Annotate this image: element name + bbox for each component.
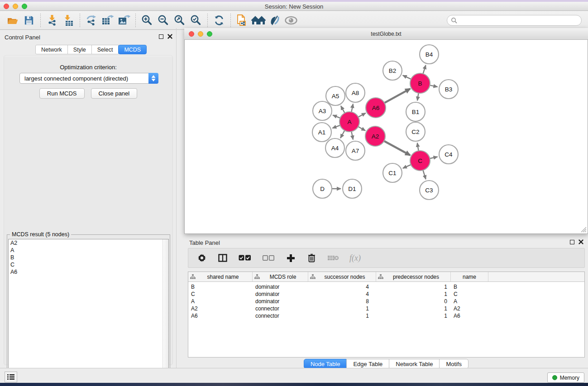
memory-button[interactable]: Memory (547, 372, 584, 383)
zoom-in-button[interactable] (139, 13, 155, 28)
show-graphics-details-button[interactable] (267, 13, 283, 28)
table-cell[interactable]: A2 (451, 305, 488, 312)
tab-style[interactable]: Style (67, 45, 92, 54)
close-table-panel-icon[interactable] (578, 239, 583, 244)
graph-edge-A2-C[interactable] (384, 141, 410, 155)
table-cell[interactable]: A2 (188, 305, 253, 312)
table-options-button[interactable] (196, 251, 207, 265)
apply-layout-button[interactable] (211, 13, 227, 28)
import-table-button[interactable] (60, 13, 76, 28)
tab-network-table[interactable]: Network Table (389, 359, 440, 369)
table-row[interactable]: Cdominator41C (188, 291, 584, 298)
table-cell[interactable]: 8 (308, 298, 376, 305)
show-network-overview-button[interactable] (250, 13, 267, 28)
mcds-result-item[interactable]: A6 (9, 268, 168, 276)
tab-node-table[interactable]: Node Table (304, 359, 347, 369)
float-table-panel-icon[interactable] (570, 240, 574, 244)
table-cell[interactable]: A6 (188, 312, 253, 319)
window-resize-grip[interactable] (579, 225, 587, 233)
zoom-fit-button[interactable] (172, 13, 188, 28)
table-row[interactable]: A6connector11A6 (188, 312, 584, 319)
function-builder-button[interactable]: f(x) (349, 253, 361, 263)
table-cell[interactable]: 1 (376, 283, 451, 291)
graph-node-A4[interactable]: A4 (325, 138, 344, 157)
table-cell[interactable]: B (188, 283, 253, 291)
create-column-button[interactable] (285, 251, 296, 265)
graph-edge-A-A4[interactable] (340, 130, 344, 138)
table-cell[interactable]: A (451, 298, 488, 305)
graph-edge-A6-B[interactable] (384, 89, 410, 103)
table-cell[interactable]: A (188, 298, 253, 305)
deselect-all-button[interactable] (262, 251, 275, 265)
mcds-result-item[interactable]: A (9, 247, 168, 254)
graph-node-C4[interactable]: C4 (439, 145, 458, 164)
show-columns-button[interactable] (217, 251, 228, 265)
graph-node-C[interactable]: C (410, 151, 430, 171)
graph-node-A1[interactable]: A1 (312, 123, 331, 142)
graph-edge-A-A2[interactable] (358, 127, 365, 131)
run-mcds-button[interactable]: Run MCDS (39, 88, 85, 99)
graph-node-C1[interactable]: C1 (383, 163, 402, 182)
result-list-scrollbar[interactable] (163, 239, 168, 386)
table-row[interactable]: A2connector11A2 (188, 305, 584, 312)
show-panels-menu-button[interactable] (5, 372, 17, 382)
tab-edge-table[interactable]: Edge Table (346, 359, 389, 369)
graph-edge-A-A1[interactable] (332, 125, 340, 128)
graph-node-A7[interactable]: A7 (346, 141, 365, 160)
graph-edge-A-A3[interactable] (333, 115, 340, 118)
table-cell[interactable]: 1 (308, 305, 376, 312)
mcds-result-item[interactable]: B (9, 254, 168, 261)
table-row[interactable]: Bdominator41B (188, 283, 584, 291)
export-network-button[interactable] (83, 13, 100, 28)
open-session-button[interactable] (5, 13, 21, 28)
zoom-out-button[interactable] (155, 13, 172, 28)
graph-edge-A-A8[interactable] (351, 104, 353, 112)
graph-edge-C-C2[interactable] (417, 143, 419, 151)
graph-edge-B-B1[interactable] (417, 93, 419, 101)
graph-node-C3[interactable]: C3 (420, 181, 439, 200)
table-cell[interactable]: 4 (308, 291, 376, 298)
graph-node-A6[interactable]: A6 (366, 98, 386, 118)
table-cell[interactable]: C (451, 291, 488, 298)
tab-network[interactable]: Network (35, 45, 68, 54)
graph-node-A2[interactable]: A2 (365, 126, 385, 146)
criterion-dropdown[interactable]: largest connected component (directed) (19, 73, 158, 84)
column-header-mcds-role[interactable]: MCDS role (253, 272, 308, 281)
tab-mcds[interactable]: MCDS (118, 45, 147, 54)
table-cell[interactable]: 1 (376, 291, 451, 298)
graph-node-B1[interactable]: B1 (406, 102, 425, 121)
column-header-name[interactable]: name (451, 272, 488, 281)
table-cell[interactable]: dominator (253, 291, 308, 298)
mcds-result-list[interactable]: A2ABCA6 (8, 239, 169, 386)
save-session-button[interactable] (21, 13, 37, 28)
delete-columns-button[interactable] (306, 251, 317, 265)
mcds-result-item[interactable]: C (9, 261, 168, 268)
graph-edge-B-B2[interactable] (403, 75, 411, 79)
table-cell[interactable]: 1 (376, 305, 451, 312)
graph-node-B4[interactable]: B4 (420, 45, 439, 64)
table-cell[interactable]: 1 (376, 312, 451, 319)
network-canvas[interactable]: B4B2BB3A8A5A6A3B1AC2A1A2A4A7C4CC1C3DD1 (184, 40, 588, 234)
graph-node-B3[interactable]: B3 (439, 80, 458, 99)
destroy-table-button[interactable] (327, 251, 339, 265)
graph-node-A8[interactable]: A8 (346, 83, 365, 102)
zoom-selected-button[interactable] (188, 13, 204, 28)
graph-edge-A-A6[interactable] (358, 113, 366, 117)
table-cell[interactable]: 4 (308, 283, 376, 291)
mcds-result-item[interactable]: A2 (9, 239, 168, 247)
graph-edge-A-A7[interactable] (351, 132, 353, 140)
graph-edge-C-C1[interactable] (403, 165, 411, 168)
table-cell[interactable]: connector (253, 305, 308, 312)
table-cell[interactable]: dominator (253, 298, 308, 305)
network-window-titlebar[interactable]: testGlobe.txt (184, 28, 588, 40)
graph-edge-B-B3[interactable] (430, 85, 438, 87)
table-cell[interactable]: A6 (451, 312, 488, 319)
column-header-shared-name[interactable]: shared name (188, 272, 253, 281)
export-table-button[interactable] (100, 13, 116, 28)
graph-node-C2[interactable]: C2 (406, 122, 425, 141)
network-graph[interactable]: B4B2BB3A8A5A6A3B1AC2A1A2A4A7C4CC1C3DD1 (185, 40, 588, 233)
table-cell[interactable]: 1 (308, 312, 376, 319)
tab-select[interactable]: Select (91, 45, 119, 54)
import-network-button[interactable] (44, 13, 60, 28)
table-cell[interactable]: C (188, 291, 253, 298)
